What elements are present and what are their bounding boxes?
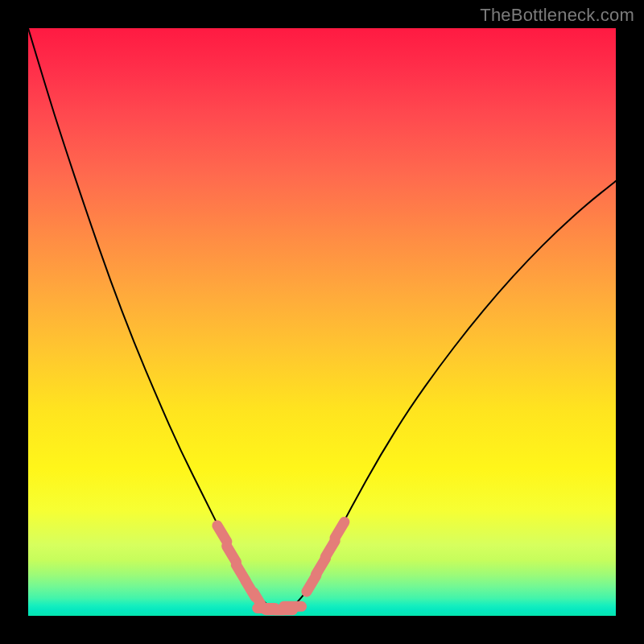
highlight-marker: [335, 522, 345, 538]
plot-area: [28, 28, 616, 616]
highlight-markers: [217, 522, 345, 609]
bottleneck-curve: [28, 28, 616, 609]
highlight-marker: [325, 541, 335, 557]
highlight-marker: [217, 526, 227, 542]
curve-svg: [28, 28, 616, 616]
watermark-text: TheBottleneck.com: [480, 5, 634, 26]
chart-stage: TheBottleneck.com: [0, 0, 644, 644]
